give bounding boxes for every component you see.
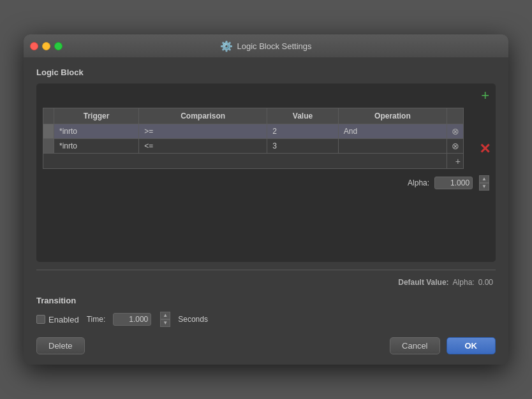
row-handle bbox=[43, 124, 54, 139]
default-value-label: Default Value: bbox=[398, 278, 448, 287]
comparison-header: Comparison bbox=[139, 108, 267, 124]
button-row: Delete Cancel OK bbox=[36, 337, 496, 354]
maximize-button[interactable] bbox=[54, 42, 63, 50]
title-icon: ⚙️ bbox=[220, 40, 233, 52]
enabled-checkbox[interactable] bbox=[36, 315, 45, 324]
minimize-button[interactable] bbox=[42, 42, 50, 50]
ok-button[interactable]: OK bbox=[447, 337, 496, 354]
title-bar-title: ⚙️ Logic Block Settings bbox=[220, 40, 311, 52]
delete-row-1-button[interactable]: ⊗ bbox=[452, 126, 459, 136]
delete-row-2-cell: ⊗ bbox=[447, 139, 464, 154]
dialog-window: ⚙️ Logic Block Settings Logic Block + Tr… bbox=[24, 34, 508, 364]
value-cell-1[interactable]: 2 bbox=[267, 124, 339, 139]
time-up-button[interactable]: ▲ bbox=[160, 312, 170, 319]
alpha-up-button[interactable]: ▲ bbox=[479, 175, 489, 183]
table-container: Trigger Comparison Value Operation bbox=[43, 108, 464, 169]
row-handle bbox=[43, 139, 54, 154]
add-row: + bbox=[43, 154, 464, 169]
trigger-header: Trigger bbox=[54, 108, 139, 124]
remove-condition-button[interactable]: ✕ bbox=[479, 141, 491, 157]
enabled-label: Enabled bbox=[48, 315, 79, 324]
delete-row-2-button[interactable]: ⊗ bbox=[452, 141, 459, 151]
delete-button[interactable]: Delete bbox=[36, 337, 85, 354]
seconds-label: Seconds bbox=[178, 315, 208, 324]
logic-block-area: + Trigger Comparison Value Operation bbox=[36, 83, 496, 262]
value-cell-2[interactable]: 3 bbox=[267, 139, 339, 154]
comparison-cell-2[interactable]: <= bbox=[139, 139, 267, 154]
comparison-cell-1[interactable]: >= bbox=[139, 124, 267, 139]
value-header: Value bbox=[267, 108, 339, 124]
add-row-empty bbox=[43, 154, 447, 169]
table-wrapper: Trigger Comparison Value Operation bbox=[43, 108, 489, 169]
time-input[interactable] bbox=[113, 313, 151, 326]
time-label: Time: bbox=[87, 315, 106, 324]
time-down-button[interactable]: ▼ bbox=[160, 319, 170, 327]
title-bar: ⚙️ Logic Block Settings bbox=[24, 34, 508, 57]
conditions-table: Trigger Comparison Value Operation bbox=[43, 108, 464, 169]
right-buttons: Cancel OK bbox=[390, 337, 496, 354]
operation-cell-2[interactable] bbox=[338, 139, 447, 154]
cancel-button[interactable]: Cancel bbox=[390, 337, 440, 354]
handle-header bbox=[43, 108, 54, 124]
alpha-spinner: ▲ ▼ bbox=[479, 175, 489, 190]
table-row[interactable]: *inrto <= 3 ⊗ bbox=[43, 139, 464, 154]
alpha-down-button[interactable]: ▼ bbox=[479, 183, 489, 191]
action-header bbox=[447, 108, 464, 124]
operation-cell-1[interactable]: And bbox=[338, 124, 447, 139]
enabled-checkbox-wrapper: Enabled bbox=[36, 315, 79, 324]
default-value-row: Default Value: Alpha: 0.00 bbox=[36, 278, 496, 287]
alpha-input[interactable] bbox=[434, 177, 473, 189]
table-header-row: Trigger Comparison Value Operation bbox=[43, 108, 464, 124]
transition-label: Transition bbox=[36, 296, 496, 305]
close-button[interactable] bbox=[30, 42, 38, 50]
table-row[interactable]: *inrto >= 2 And ⊗ bbox=[43, 124, 464, 139]
transition-section: Transition Enabled Time: ▲ ▼ Seconds bbox=[36, 296, 496, 326]
traffic-lights bbox=[30, 42, 63, 50]
default-alpha-label: Alpha: bbox=[453, 278, 475, 287]
window-body: Logic Block + Trigger Comparison Value bbox=[24, 57, 508, 364]
alpha-row: Alpha: ▲ ▼ bbox=[43, 175, 489, 190]
add-row-button[interactable]: + bbox=[455, 156, 461, 166]
trigger-cell-2[interactable]: *inrto bbox=[54, 139, 139, 154]
operation-header: Operation bbox=[338, 108, 447, 124]
alpha-label: Alpha: bbox=[408, 178, 429, 187]
add-row-cell: + bbox=[447, 154, 464, 169]
default-alpha-value: 0.00 bbox=[478, 278, 493, 287]
divider bbox=[36, 270, 496, 270]
transition-row: Enabled Time: ▲ ▼ Seconds bbox=[36, 312, 496, 326]
logic-block-label: Logic Block bbox=[36, 68, 496, 77]
trigger-cell-1[interactable]: *inrto bbox=[54, 124, 139, 139]
time-spinner: ▲ ▼ bbox=[160, 312, 170, 326]
window-title: Logic Block Settings bbox=[237, 41, 311, 51]
delete-row-1-cell: ⊗ bbox=[447, 124, 464, 139]
add-condition-button[interactable]: + bbox=[481, 89, 489, 103]
